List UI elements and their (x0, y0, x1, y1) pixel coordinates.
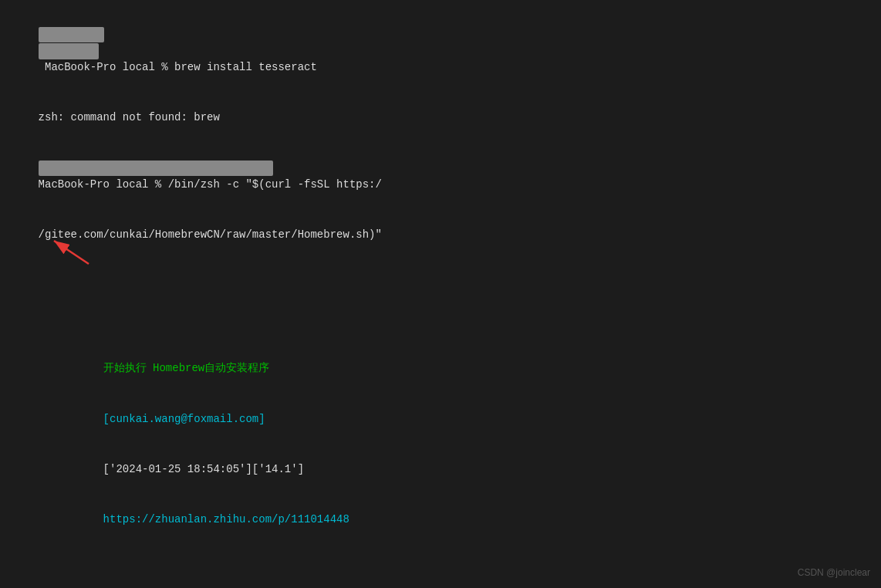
line1-text: MacBook-Pro local % brew install tessera… (39, 61, 317, 73)
blank-line-3 (12, 562, 869, 579)
terminal-line-5: 开始执行 Homebrew自动安装程序 (12, 344, 869, 394)
line8-text: https://zhuanlan.zhihu.com/p/111014448 (39, 513, 349, 525)
svg-line-1 (54, 241, 89, 264)
terminal-line-1: MacBook-Pro local % brew install tessera… (12, 9, 869, 93)
redacted-username-2 (39, 161, 273, 176)
red-arrow-gitee (46, 237, 93, 268)
line7-text: ['2024-01-25 18:54:05']['14.1'] (39, 463, 304, 475)
line2-text: zsh: command not found: brew (39, 111, 220, 123)
terminal-window: MacBook-Pro local % brew install tessera… (0, 0, 881, 588)
line5-text: 开始执行 Homebrew自动安装程序 (39, 362, 270, 374)
terminal-line-9: 请选择一个下载brew本体的序号，例如中科大，输入1回车。 (12, 578, 869, 588)
blank-line-2 (12, 545, 869, 562)
terminal-line-8: https://zhuanlan.zhihu.com/p/111014448 (12, 495, 869, 545)
redacted-block-1 (39, 43, 99, 59)
terminal-line-6: [cunkai.wang@foxmail.com] (12, 394, 869, 444)
redacted-username-1 (39, 27, 105, 42)
blank-line-1 (12, 327, 869, 344)
line3-text: MacBook-Pro local % /bin/zsh -c "$(curl … (39, 178, 382, 191)
terminal-line-7: ['2024-01-25 18:54:05']['14.1'] (12, 444, 869, 495)
terminal-line-2: zsh: command not found: brew (12, 93, 869, 143)
watermark: CSDN @joinclear (798, 566, 870, 580)
terminal-line-3: MacBook-Pro local % /bin/zsh -c "$(curl … (12, 144, 869, 211)
terminal-line-4: /gitee.com/cunkai/HomebrewCN/raw/master/… (12, 210, 869, 327)
line6-text: [cunkai.wang@foxmail.com] (39, 413, 265, 425)
